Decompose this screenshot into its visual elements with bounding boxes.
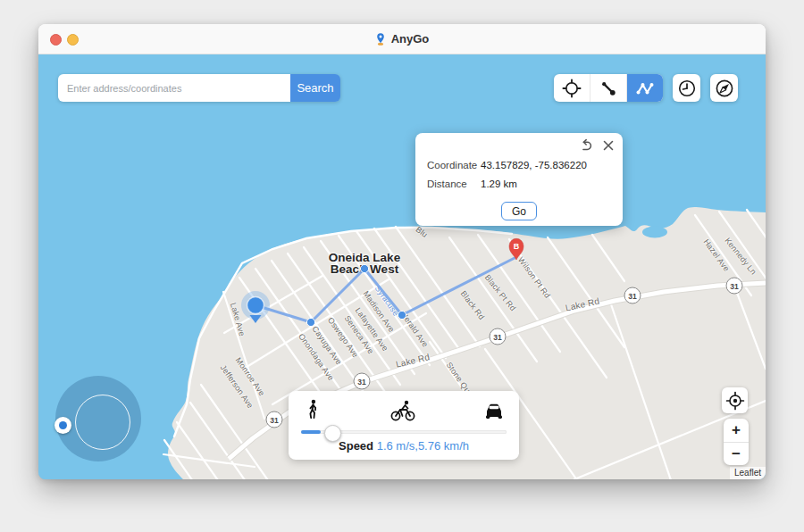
speed-panel: Speed 1.6 m/s,5.76 km/h (289, 391, 519, 460)
speed-slider-track[interactable] (301, 430, 507, 434)
minimize-window-button[interactable] (67, 34, 79, 46)
history-clock-icon (677, 79, 697, 98)
close-popup-button[interactable] (601, 138, 616, 153)
car-icon[interactable] (483, 400, 505, 420)
movement-joystick[interactable] (55, 376, 141, 461)
locate-target-icon (725, 391, 745, 411)
speed-slider-fill (301, 430, 321, 434)
search-input[interactable] (58, 74, 290, 102)
coordinate-label: Coordinate (427, 160, 481, 170)
map-canvas[interactable]: Oneida Lake Beach West Lake AveMonroe Av… (38, 54, 766, 479)
app-window: AnyGo (38, 24, 766, 478)
history-button[interactable] (673, 74, 700, 102)
distance-label: Distance (427, 179, 481, 189)
mode-toolbar (554, 74, 663, 102)
multi-spot-mode-button[interactable] (627, 74, 663, 102)
close-window-button[interactable] (50, 34, 62, 46)
two-spot-segment-icon (599, 79, 618, 98)
route-polyline (255, 258, 515, 322)
leaflet-attribution[interactable]: Leaflet (730, 467, 766, 479)
coordinate-value: 43.157829, -75.836220 (481, 160, 587, 170)
undo-icon (579, 138, 593, 153)
waypoint[interactable] (360, 264, 368, 272)
joystick-knob[interactable] (54, 417, 71, 434)
multi-spot-route-icon (634, 79, 656, 98)
app-title: AnyGo (375, 31, 430, 46)
undo-button[interactable] (579, 138, 593, 153)
traffic-lights (50, 34, 79, 46)
compass-button[interactable] (710, 74, 738, 102)
search-button[interactable]: Search (290, 74, 340, 102)
zoom-control: + − (724, 419, 749, 465)
window-title: AnyGo (391, 32, 430, 46)
speed-readout: Speed 1.6 m/s,5.76 km/h (289, 439, 519, 453)
zoom-out-button[interactable]: − (724, 443, 749, 466)
compass-icon (715, 79, 734, 98)
go-button[interactable]: Go (501, 202, 537, 220)
titlebar: AnyGo (38, 24, 766, 54)
speed-label: Speed (339, 439, 373, 453)
teleport-mode-button[interactable] (554, 74, 590, 102)
zoom-in-button[interactable]: + (724, 419, 749, 443)
cycle-icon[interactable] (389, 400, 416, 421)
search-bar: Search (58, 74, 340, 102)
walk-icon[interactable] (303, 398, 322, 421)
speed-value: 1.6 m/s,5.76 km/h (377, 439, 469, 453)
route-waypoints (306, 264, 406, 326)
destination-pin[interactable]: B (509, 238, 523, 260)
start-marker[interactable] (241, 291, 270, 323)
teleport-target-icon (562, 79, 582, 98)
close-icon (602, 139, 615, 152)
waypoint[interactable] (398, 311, 406, 319)
destination-pin-label: B (514, 242, 520, 251)
joystick-ring (75, 395, 130, 450)
distance-value: 1.29 km (481, 179, 517, 189)
two-spot-mode-button[interactable] (590, 74, 627, 102)
joystick-knob-dot (59, 421, 67, 429)
anygo-pin-icon (375, 31, 386, 46)
coordinate-popup: Coordinate 43.157829, -75.836220 Distanc… (415, 133, 623, 226)
waypoint[interactable] (306, 318, 314, 326)
locate-me-button[interactable] (722, 387, 748, 413)
